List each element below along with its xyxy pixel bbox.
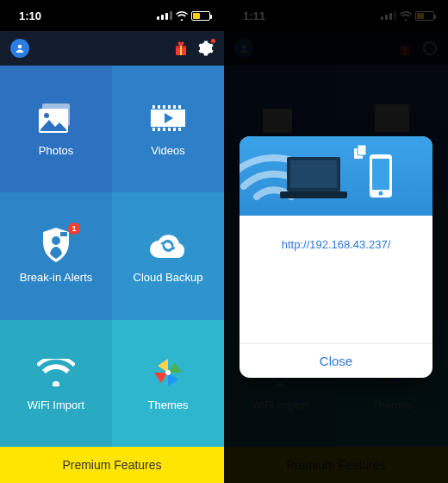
phone-left: 1:10 Phot: [0, 0, 224, 483]
alert-badge: 1: [68, 223, 80, 235]
tile-label: WiFi Import: [28, 398, 84, 411]
tile-themes[interactable]: Themes: [112, 320, 224, 447]
svg-rect-16: [152, 128, 155, 131]
app-navbar: [0, 31, 224, 66]
svg-point-6: [44, 113, 49, 118]
tile-label: Cloud Backup: [134, 271, 203, 284]
premium-features-button[interactable]: Premium Features: [0, 447, 224, 483]
settings-button[interactable]: [198, 41, 214, 56]
transfer-icon: [352, 143, 369, 160]
svg-rect-23: [60, 232, 67, 236]
tile-label: Break-in Alerts: [20, 271, 93, 284]
feature-grid: Photos Videos 1 Break-in Alerts Cloud Ba…: [0, 66, 224, 447]
tile-videos[interactable]: Videos: [112, 66, 224, 192]
svg-rect-13: [168, 105, 171, 109]
svg-rect-12: [163, 105, 165, 109]
wifi-import-modal: http://192.168.43.237/ Close: [240, 136, 432, 378]
premium-label: Premium Features: [62, 458, 161, 472]
tile-wifi-import[interactable]: WiFi Import: [0, 320, 112, 447]
tile-cloud-backup[interactable]: Cloud Backup: [112, 192, 224, 319]
tile-label: Photos: [39, 144, 73, 157]
svg-point-38: [379, 191, 383, 196]
modal-body: http://192.168.43.237/: [240, 216, 432, 343]
status-bar: 1:10: [0, 0, 224, 31]
svg-point-24: [165, 370, 171, 375]
svg-rect-20: [173, 128, 176, 131]
phone-icon: [370, 154, 392, 198]
battery-icon: [191, 11, 210, 21]
svg-rect-3: [180, 46, 182, 55]
pinwheel-icon: [152, 357, 184, 388]
notification-dot: [210, 38, 216, 44]
modal-header: [240, 136, 432, 216]
phone-right: 1:11 Photos Videos Break-in Alerts Cloud…: [224, 0, 448, 483]
svg-point-0: [18, 45, 22, 48]
tile-label: Themes: [148, 398, 189, 411]
svg-rect-21: [178, 128, 181, 131]
status-time: 1:10: [19, 9, 41, 22]
close-button[interactable]: Close: [240, 343, 432, 378]
profile-button[interactable]: [10, 39, 29, 58]
svg-rect-14: [173, 105, 176, 109]
wifi-import-url[interactable]: http://192.168.43.237/: [282, 238, 391, 251]
close-label: Close: [320, 354, 352, 368]
person-icon: [15, 43, 25, 53]
gift-icon: [174, 41, 188, 56]
svg-rect-18: [163, 128, 165, 131]
signal-icon: [157, 11, 172, 20]
videos-icon: [151, 104, 185, 132]
wifi-icon: [176, 11, 188, 21]
svg-rect-37: [372, 159, 389, 190]
tile-breakin-alerts[interactable]: 1 Break-in Alerts: [0, 192, 112, 319]
svg-rect-32: [290, 160, 337, 188]
svg-rect-33: [280, 191, 347, 198]
photos-icon: [39, 104, 73, 133]
laptop-icon: [280, 154, 347, 198]
wifi-import-icon: [37, 359, 75, 386]
svg-rect-19: [168, 128, 171, 131]
gift-button[interactable]: [174, 41, 188, 56]
shield-icon: [41, 228, 71, 262]
svg-rect-10: [152, 105, 155, 109]
svg-rect-35: [358, 145, 366, 155]
tile-label: Videos: [151, 144, 185, 157]
tile-photos[interactable]: Photos: [0, 66, 112, 192]
svg-rect-15: [178, 105, 181, 109]
svg-rect-17: [158, 128, 160, 131]
svg-rect-11: [158, 105, 160, 109]
svg-point-22: [52, 236, 60, 245]
cloud-icon: [149, 232, 187, 258]
